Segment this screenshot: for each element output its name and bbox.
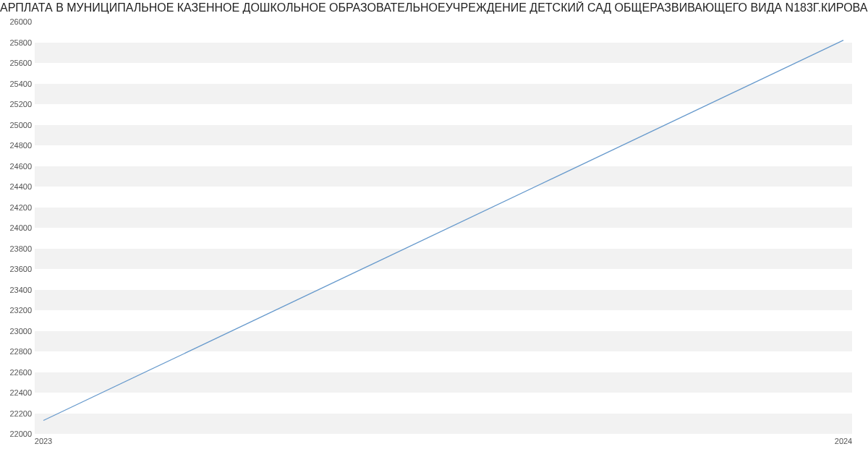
y-tick-label: 25800 (3, 38, 32, 47)
x-tick-label: 2023 (35, 437, 52, 445)
y-tick-label: 24600 (3, 162, 32, 171)
series-line (43, 40, 843, 421)
y-tick-label: 23600 (3, 265, 32, 273)
line-layer (35, 22, 852, 434)
y-tick-label: 25200 (3, 100, 32, 108)
plot-area (35, 22, 852, 434)
y-tick-label: 22400 (3, 388, 32, 397)
y-tick-label: 24800 (3, 141, 32, 150)
y-tick-label: 23400 (3, 286, 32, 294)
x-tick-label: 2024 (835, 437, 852, 445)
y-tick-label: 26000 (3, 17, 32, 26)
y-tick-label: 23200 (3, 306, 32, 315)
y-tick-label: 22200 (3, 409, 32, 418)
y-tick-label: 24200 (3, 203, 32, 212)
y-tick-label: 25400 (3, 80, 32, 88)
y-tick-label: 24000 (3, 223, 32, 232)
y-tick-label: 25600 (3, 59, 32, 67)
y-tick-label: 24400 (3, 182, 32, 191)
y-tick-label: 22800 (3, 347, 32, 356)
y-tick-label: 22000 (3, 430, 32, 438)
chart-container: АРПЛАТА В МУНИЦИПАЛЬНОЕ КАЗЕННОЕ ДОШКОЛЬ… (0, 0, 868, 470)
y-tick-label: 23000 (3, 327, 32, 336)
chart-title: АРПЛАТА В МУНИЦИПАЛЬНОЕ КАЗЕННОЕ ДОШКОЛЬ… (0, 1, 868, 14)
y-tick-label: 22600 (3, 368, 32, 377)
y-tick-label: 25000 (3, 121, 32, 129)
y-tick-label: 23800 (3, 244, 32, 253)
